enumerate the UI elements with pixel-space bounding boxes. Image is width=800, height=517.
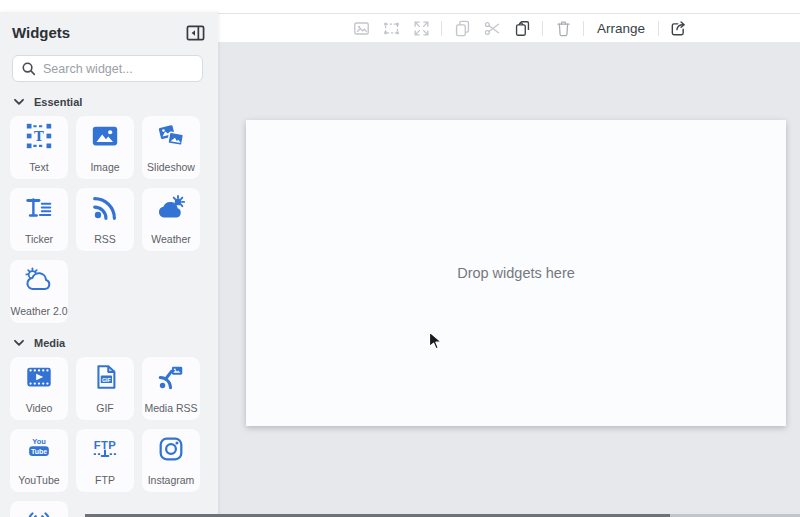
widget-label: Text bbox=[29, 162, 48, 173]
widget-label: Instagram bbox=[148, 475, 195, 486]
gif-widget-icon: GIF bbox=[90, 362, 120, 396]
widget-label: Image bbox=[90, 162, 119, 173]
svg-text:T: T bbox=[34, 129, 44, 144]
text-widget-icon: T bbox=[24, 121, 54, 155]
toolbar-divider bbox=[542, 21, 543, 36]
paste-icon[interactable] bbox=[512, 18, 532, 38]
widget-tile-video[interactable]: Video bbox=[10, 357, 68, 420]
widget-tile-rss[interactable]: RSS bbox=[76, 188, 134, 251]
media-rss-widget-icon bbox=[156, 362, 186, 396]
sidebar-header: Widgets bbox=[0, 12, 218, 42]
image-widget-icon bbox=[90, 121, 120, 155]
arrange-button[interactable]: Arrange bbox=[597, 21, 645, 36]
widget-label: Video bbox=[26, 403, 53, 414]
widget-tile-gif[interactable]: GIF GIF bbox=[76, 357, 134, 420]
ticker-widget-icon bbox=[24, 193, 54, 227]
widget-label: Slideshow bbox=[147, 162, 195, 173]
instagram-widget-icon bbox=[156, 434, 186, 468]
delete-icon bbox=[553, 18, 573, 38]
essential-widgets-grid: T Text Image bbox=[0, 116, 218, 323]
mouse-cursor-icon bbox=[428, 331, 442, 355]
weather2-widget-icon bbox=[24, 265, 54, 299]
section-essential[interactable]: Essential bbox=[14, 96, 218, 108]
video-widget-icon bbox=[24, 362, 54, 396]
media-widgets-grid: Video GIF GIF bbox=[0, 357, 218, 517]
cut-icon bbox=[482, 18, 502, 38]
widget-label: Media RSS bbox=[144, 403, 197, 414]
widget-tile-instagram[interactable]: Instagram bbox=[142, 429, 200, 492]
search-icon bbox=[21, 61, 36, 76]
widget-label: RSS bbox=[94, 234, 116, 245]
chevron-down-icon bbox=[14, 98, 24, 106]
ftp-widget-icon: FTP bbox=[90, 434, 120, 468]
widget-label: FTP bbox=[95, 475, 115, 486]
youtube-widget-icon: You Tube bbox=[24, 434, 54, 468]
toolbar-divider bbox=[583, 21, 584, 36]
widget-tile-image[interactable]: Image bbox=[76, 116, 134, 179]
section-media[interactable]: Media bbox=[14, 337, 218, 349]
section-label: Essential bbox=[34, 96, 82, 108]
svg-text:Tube: Tube bbox=[31, 448, 47, 455]
toolbar-divider bbox=[658, 21, 659, 36]
widget-tile-media-rss[interactable]: Media RSS bbox=[142, 357, 200, 420]
copy-icon bbox=[452, 18, 472, 38]
widget-tile-youtube[interactable]: You Tube YouTube bbox=[10, 429, 68, 492]
widget-label: Ticker bbox=[25, 234, 53, 245]
transform-icon bbox=[381, 18, 401, 38]
widget-label: Weather 2.0 bbox=[10, 306, 67, 317]
drop-hint-text: Drop widgets here bbox=[457, 265, 575, 281]
widget-label: GIF bbox=[96, 403, 114, 414]
svg-text:GIF: GIF bbox=[102, 377, 112, 383]
fit-widget-icon bbox=[351, 18, 371, 38]
search-input[interactable] bbox=[43, 62, 194, 76]
widget-label: Weather bbox=[151, 234, 191, 245]
svg-text:FTP: FTP bbox=[94, 439, 117, 451]
section-label: Media bbox=[34, 337, 65, 349]
widget-tile-weather2[interactable]: Weather 2.0 bbox=[10, 260, 68, 323]
chevron-down-icon bbox=[14, 339, 24, 347]
toolbar-divider bbox=[441, 21, 442, 36]
broadcast-widget-icon bbox=[24, 506, 54, 517]
widget-label: YouTube bbox=[18, 475, 59, 486]
collapse-panel-icon[interactable] bbox=[186, 24, 205, 42]
widgets-sidebar: Widgets Essential bbox=[0, 12, 218, 517]
sidebar-title: Widgets bbox=[12, 24, 70, 41]
search-box[interactable] bbox=[12, 55, 203, 82]
widget-tile-slideshow[interactable]: Slideshow bbox=[142, 116, 200, 179]
layout-canvas[interactable]: Drop widgets here bbox=[246, 120, 786, 426]
widget-tile-weather[interactable]: Weather bbox=[142, 188, 200, 251]
fullscreen-icon bbox=[411, 18, 431, 38]
share-icon[interactable] bbox=[669, 18, 689, 38]
widget-tile-text[interactable]: T Text bbox=[10, 116, 68, 179]
widget-tile-ftp[interactable]: FTP FTP bbox=[76, 429, 134, 492]
slideshow-widget-icon bbox=[156, 121, 186, 155]
widget-tile-broadcast[interactable] bbox=[10, 501, 68, 517]
weather-widget-icon bbox=[156, 193, 186, 227]
widget-tile-ticker[interactable]: Ticker bbox=[10, 188, 68, 251]
svg-text:You: You bbox=[32, 437, 46, 446]
rss-widget-icon bbox=[90, 193, 120, 227]
editor-toolbar: Arrange bbox=[218, 13, 800, 42]
